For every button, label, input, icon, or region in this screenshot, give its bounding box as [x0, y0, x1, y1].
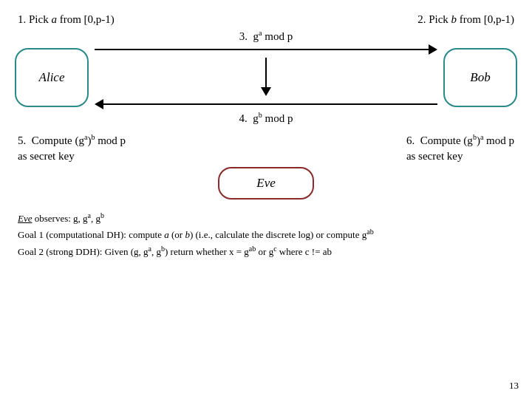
arrows-area: 3. ga mod p 4. gb mod p	[89, 29, 443, 126]
page-number: 13	[509, 380, 519, 392]
middle-section: Alice 3. ga mod p	[15, 29, 517, 126]
footer-eve: Eve	[18, 213, 32, 224]
bob-label: Bob	[470, 70, 490, 85]
footer-goal2: Goal 2 (strong DDH): Given (g, ga, gb) r…	[18, 243, 514, 259]
footer-line1: Eve observes: g, ga, gb	[18, 210, 514, 226]
vertical-arrow	[261, 58, 271, 96]
eve-box: Eve	[218, 167, 314, 200]
bottom-steps: 5. Compute (ga)b mod p as secret key 6. …	[15, 132, 517, 164]
arrow-right-1	[95, 44, 437, 55]
alice-step-label: 1. Pick a from [0,p-1)	[18, 13, 115, 26]
bob-step-label: 2. Pick b from [0,p-1)	[417, 13, 514, 26]
footer: Eve observes: g, ga, gb Goal 1 (computat…	[15, 210, 517, 259]
step6-label: 6. Compute (gb)a mod p as secret key	[406, 132, 514, 164]
step5-label: 5. Compute (ga)b mod p as secret key	[18, 132, 126, 164]
eve-label: Eve	[256, 176, 275, 191]
step4-label: 4. gb mod p	[95, 111, 437, 125]
main-container: 1. Pick a from [0,p-1) 2. Pick b from [0…	[0, 0, 532, 399]
arrow-left-1	[95, 99, 437, 109]
footer-goal1: Goal 1 (computational DH): compute a (or…	[18, 226, 514, 242]
alice-label: Alice	[39, 70, 65, 85]
eve-container: Eve	[15, 167, 517, 200]
footer-observes: observes: g, ga, gb	[35, 213, 104, 224]
step3-label: 3. ga mod p	[95, 29, 437, 43]
alice-box: Alice	[15, 48, 89, 107]
top-labels: 1. Pick a from [0,p-1) 2. Pick b from [0…	[15, 13, 517, 26]
bob-box: Bob	[443, 48, 517, 107]
